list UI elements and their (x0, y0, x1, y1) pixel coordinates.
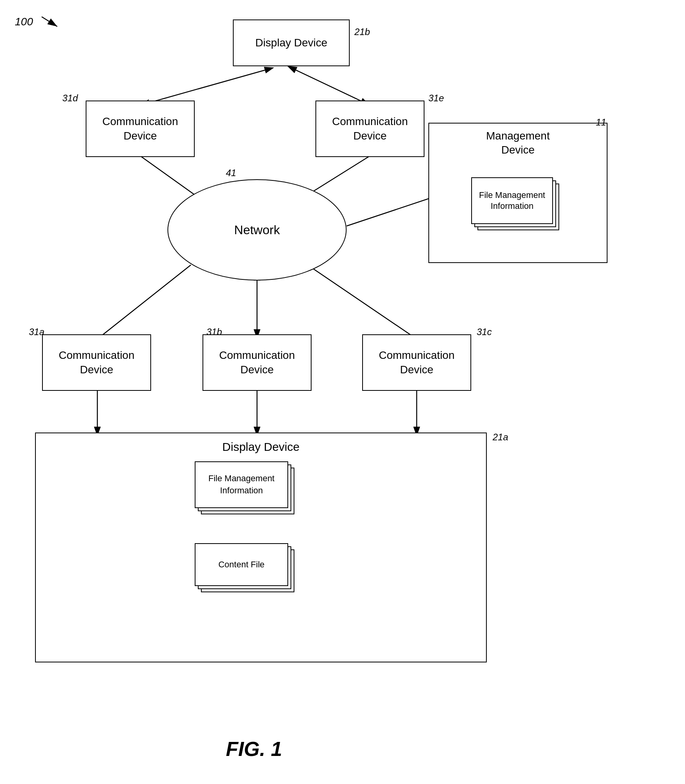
svg-line-8 (347, 195, 440, 226)
comm-device-31b: CommunicationDevice (203, 334, 312, 391)
fmi-paper-1: File ManagementInformation (471, 177, 553, 224)
ref-31b: 31b (206, 327, 222, 337)
fmi-bottom-paper-1: File ManagementInformation (195, 461, 288, 508)
svg-line-5 (296, 70, 370, 105)
network-ellipse: Network (167, 179, 347, 281)
ref-21a: 21a (493, 432, 508, 443)
svg-line-11 (308, 265, 417, 339)
ref-31e: 31e (428, 93, 444, 104)
ref-31a: 31a (29, 327, 44, 337)
comm-device-31d: CommunicationDevice (86, 101, 195, 157)
display-device-bottom: Display Device File ManagementInformatio… (35, 433, 487, 662)
comm-device-31a: CommunicationDevice (42, 334, 151, 391)
diagram-container: 100 Display Device 21b CommunicationDevi… (0, 0, 685, 784)
ref-21b: 21b (354, 26, 370, 37)
svg-line-6 (140, 156, 195, 195)
svg-line-4 (140, 70, 265, 105)
management-device-label: ManagementDevice (435, 129, 601, 161)
fig-label: FIG. 1 (226, 737, 282, 761)
ref-31d: 31d (62, 93, 78, 104)
ref-41: 41 (226, 168, 236, 178)
comm-device-31e: CommunicationDevice (315, 101, 424, 157)
ref-11: 11 (596, 117, 606, 128)
display-device-top: Display Device (233, 19, 350, 66)
svg-line-7 (308, 156, 370, 195)
display-device-bottom-label: Display Device (36, 433, 486, 457)
ref-100: 100 (15, 15, 61, 30)
management-device: ManagementDevice File ManagementInformat… (428, 123, 608, 263)
comm-device-31c: CommunicationDevice (362, 334, 471, 391)
svg-line-9 (97, 265, 191, 339)
svg-line-15 (42, 17, 57, 26)
ref-31c: 31c (477, 327, 492, 337)
content-paper-1: Content File (195, 543, 288, 586)
